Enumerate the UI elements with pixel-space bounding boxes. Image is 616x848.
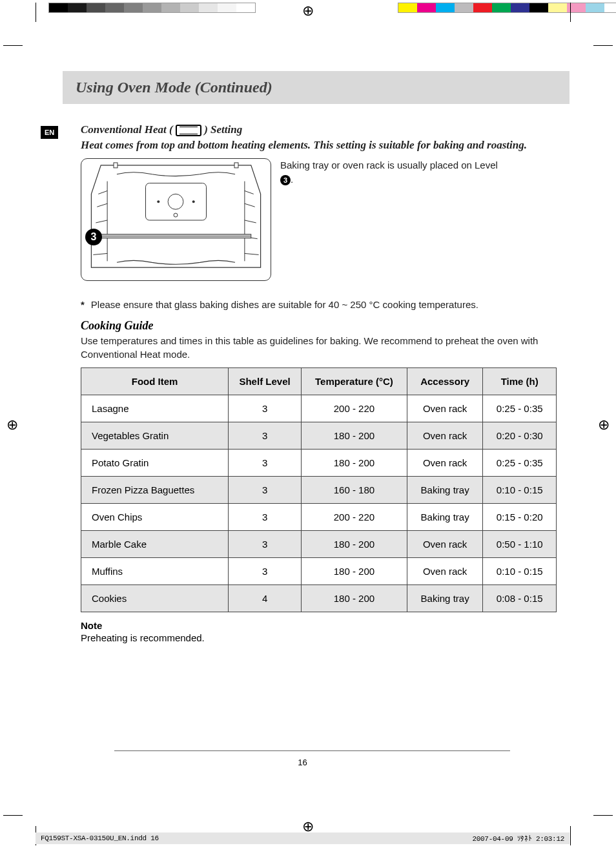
footer-rule: [114, 750, 510, 751]
table-cell: 180 - 200: [302, 557, 407, 584]
table-cell: Baking tray: [407, 584, 483, 612]
table-cell: Vegetables Gratin: [81, 422, 229, 449]
swatch: [87, 3, 105, 12]
table-header-cell: Food Item: [81, 367, 229, 395]
crop-mark: [570, 826, 571, 845]
table-row: Marble Cake3180 - 200Oven rack0:50 - 1:1…: [81, 530, 557, 557]
table-row: Muffins3180 - 200Oven rack0:10 - 0:15: [81, 557, 557, 584]
svg-rect-19: [114, 163, 118, 168]
table-cell: Lasagne: [81, 395, 229, 422]
table-row: Lasagne3200 - 220Oven rack0:25 - 0:35: [81, 395, 557, 422]
swatch: [398, 3, 417, 12]
table-cell: 0:50 - 1:10: [483, 530, 557, 557]
table-cell: Oven rack: [407, 422, 483, 449]
crop-mark: [3, 45, 23, 46]
swatch: [529, 3, 548, 12]
svg-line-11: [245, 253, 259, 254]
cooking-guide-table: Food ItemShelf LevelTemperature (°C)Acce…: [81, 367, 557, 612]
table-cell: 180 - 200: [302, 422, 407, 449]
table-cell: 3: [229, 530, 302, 557]
asterisk-note: *Please ensure that glass baking dishes …: [81, 299, 557, 310]
table-cell: 0:25 - 0:35: [483, 449, 557, 476]
page-title: Using Oven Mode (Continued): [76, 79, 557, 96]
table-row: Vegetables Gratin3180 - 200Oven rack0:20…: [81, 422, 557, 449]
svg-line-3: [97, 203, 107, 207]
table-cell: Baking tray: [407, 503, 483, 530]
table-cell: 0:20 - 0:30: [483, 422, 557, 449]
swatch: [511, 3, 529, 12]
language-badge: EN: [41, 126, 58, 139]
table-header-cell: Accessory: [407, 367, 483, 395]
table-cell: 0:15 - 0:20: [483, 503, 557, 530]
table-cell: Oven Chips: [81, 503, 229, 530]
oven-diagram: 3: [81, 158, 271, 281]
subsection-prefix: Conventional Heat (: [81, 123, 173, 136]
level-badge: 3: [85, 229, 102, 245]
swatch: [199, 3, 218, 12]
table-cell: Oven rack: [407, 557, 483, 584]
table-cell: 3: [229, 395, 302, 422]
registration-mark-icon: ⊕: [6, 417, 18, 433]
svg-point-15: [157, 200, 159, 203]
swatch: [68, 3, 87, 12]
table-cell: Muffins: [81, 557, 229, 584]
subsection-suffix: ) Setting: [204, 123, 242, 136]
swatch: [604, 3, 616, 12]
table-cell: 3: [229, 557, 302, 584]
color-swatch-strip: [398, 3, 616, 13]
crop-mark: [570, 3, 571, 22]
print-footer-bar: FQ159ST-XSA-03150U_EN.indd 16 2007-04-09…: [36, 832, 570, 844]
table-cell: Cookies: [81, 584, 229, 612]
swatch: [455, 3, 473, 12]
svg-line-9: [245, 220, 256, 223]
table-header-cell: Temperature (°C): [302, 367, 407, 395]
swatch: [143, 3, 161, 12]
swatch: [218, 3, 236, 12]
oven-caption-prefix: Baking tray or oven rack is usually plac…: [280, 160, 498, 171]
table-cell: Marble Cake: [81, 530, 229, 557]
table-row: Frozen Pizza Baguettes3160 - 180Baking t…: [81, 476, 557, 503]
svg-line-8: [245, 203, 255, 207]
table-cell: 3: [229, 449, 302, 476]
footer-timestamp: 2007-04-09 ｿﾀﾈﾄ 2:03:12: [472, 834, 564, 843]
swatch: [236, 3, 255, 12]
oven-illustration-icon: [81, 159, 271, 280]
asterisk-text: Please ensure that glass baking dishes a…: [91, 299, 478, 310]
svg-line-4: [96, 220, 107, 223]
table-cell: Oven rack: [407, 395, 483, 422]
table-header-cell: Time (h): [483, 367, 557, 395]
subsection-title: Conventional Heat ( ) Setting: [81, 123, 557, 136]
conventional-heat-icon: [176, 125, 201, 136]
swatch: [586, 3, 604, 12]
swatch: [548, 3, 567, 12]
table-cell: Oven rack: [407, 449, 483, 476]
svg-line-2: [98, 191, 107, 194]
swatch: [417, 3, 436, 12]
asterisk-symbol: *: [81, 299, 85, 310]
crop-mark: [36, 3, 36, 22]
table-header-cell: Shelf Level: [229, 367, 302, 395]
table-row: Potato Gratin3180 - 200Oven rack0:25 - 0…: [81, 449, 557, 476]
swatch: [49, 3, 68, 12]
table-cell: 180 - 200: [302, 530, 407, 557]
swatch: [473, 3, 492, 12]
table-cell: Baking tray: [407, 476, 483, 503]
svg-line-7: [245, 191, 254, 194]
swatch: [436, 3, 455, 12]
table-cell: 4: [229, 584, 302, 612]
cooking-guide-intro: Use temperatures and times in this table…: [81, 334, 557, 361]
table-cell: 160 - 180: [302, 476, 407, 503]
svg-rect-12: [146, 183, 207, 220]
note-heading: Note: [81, 620, 557, 631]
table-cell: Potato Gratin: [81, 449, 229, 476]
table-cell: Oven rack: [407, 530, 483, 557]
crop-mark: [3, 815, 23, 816]
registration-mark-icon: ⊕: [598, 417, 610, 433]
swatch: [492, 3, 511, 12]
swatch: [124, 3, 143, 12]
intro-text: Heat comes from top and bottom heating e…: [81, 138, 557, 153]
svg-point-13: [168, 194, 183, 209]
swatch: [105, 3, 124, 12]
table-cell: 0:25 - 0:35: [483, 395, 557, 422]
table-header-row: Food ItemShelf LevelTemperature (°C)Acce…: [81, 367, 557, 395]
